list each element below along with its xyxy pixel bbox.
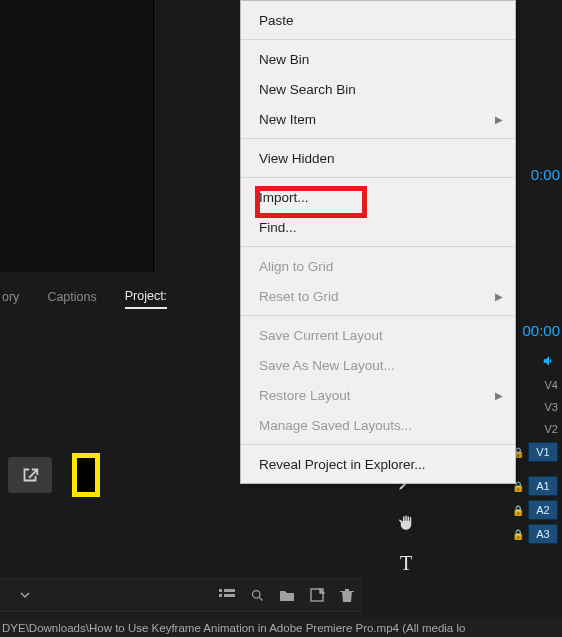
- menu-new-item[interactable]: New Item ▶: [241, 104, 515, 134]
- monitor-panel: [0, 0, 154, 272]
- menu-separator: [241, 177, 515, 178]
- lock-icon[interactable]: 🔒: [512, 505, 524, 516]
- status-bar: DYE\Downloads\How to Use Keyframe Animat…: [0, 619, 562, 637]
- menu-save-current-layout: Save Current Layout: [241, 320, 515, 350]
- tab-project[interactable]: Project:: [125, 289, 167, 309]
- shortcut-arrow-icon: [19, 464, 41, 486]
- menu-restore-layout: Restore Layout ▶: [241, 380, 515, 410]
- track-a2[interactable]: A2: [528, 500, 558, 520]
- menu-new-search-bin[interactable]: New Search Bin: [241, 74, 515, 104]
- lock-icon[interactable]: 🔒: [512, 529, 524, 540]
- status-text: DYE\Downloads\How to Use Keyframe Animat…: [2, 622, 465, 634]
- track-a1[interactable]: A1: [528, 476, 558, 496]
- trash-icon[interactable]: [332, 580, 362, 610]
- timecode-ruler-1: 0:00: [531, 166, 560, 183]
- track-v1[interactable]: V1: [528, 442, 558, 462]
- menu-view-hidden[interactable]: View Hidden: [241, 143, 515, 173]
- menu-reveal-in-explorer[interactable]: Reveal Project in Explorer...: [241, 449, 515, 479]
- svg-rect-2: [219, 594, 222, 597]
- tab-history[interactable]: ory: [2, 290, 19, 308]
- track-v3[interactable]: V3: [545, 398, 558, 416]
- new-item-icon[interactable]: [302, 580, 332, 610]
- menu-manage-saved-layouts: Manage Saved Layouts...: [241, 410, 515, 440]
- list-view-icon[interactable]: [212, 580, 242, 610]
- shortcut-thumbnail[interactable]: [8, 457, 52, 493]
- search-icon[interactable]: [242, 580, 272, 610]
- type-tool-icon[interactable]: T: [393, 550, 419, 576]
- timeline-tools: T: [386, 470, 426, 576]
- new-bin-icon[interactable]: [272, 580, 302, 610]
- track-a3[interactable]: A3: [528, 524, 558, 544]
- project-items: [6, 440, 196, 510]
- menu-align-to-grid: Align to Grid: [241, 251, 515, 281]
- menu-separator: [241, 39, 515, 40]
- menu-save-as-new-layout: Save As New Layout...: [241, 350, 515, 380]
- chevron-right-icon: ▶: [495, 291, 503, 302]
- hand-tool-icon[interactable]: [393, 510, 419, 536]
- menu-separator: [241, 138, 515, 139]
- menu-separator: [241, 315, 515, 316]
- menu-separator: [241, 246, 515, 247]
- menu-find[interactable]: Find...: [241, 212, 515, 242]
- context-menu: Paste New Bin New Search Bin New Item ▶ …: [240, 0, 516, 484]
- menu-reset-to-grid: Reset to Grid ▶: [241, 281, 515, 311]
- timecode-ruler-2: 00:00: [522, 322, 560, 339]
- svg-rect-1: [224, 589, 235, 592]
- menu-reset-to-grid-label: Reset to Grid: [259, 289, 339, 304]
- svg-rect-3: [224, 594, 235, 597]
- menu-new-bin[interactable]: New Bin: [241, 44, 515, 74]
- menu-separator: [241, 444, 515, 445]
- svg-point-4: [252, 590, 260, 598]
- yellow-frame-thumbnail[interactable]: [72, 453, 100, 497]
- menu-paste[interactable]: Paste: [241, 5, 515, 35]
- track-v4[interactable]: V4: [545, 376, 558, 394]
- menu-restore-layout-label: Restore Layout: [259, 388, 351, 403]
- tab-captions[interactable]: Captions: [47, 290, 96, 308]
- project-toolbar: [0, 578, 362, 612]
- track-v2[interactable]: V2: [545, 420, 558, 438]
- menu-import[interactable]: Import...: [241, 182, 515, 212]
- chevron-right-icon: ▶: [495, 114, 503, 125]
- track-labels: V4 V3 V2 🔒 V1 🔒 A1 🔒 A2 🔒 A3: [512, 376, 558, 544]
- panel-menu-icon[interactable]: [10, 580, 40, 610]
- chevron-right-icon: ▶: [495, 390, 503, 401]
- speaker-icon[interactable]: [542, 354, 556, 371]
- svg-rect-0: [219, 589, 222, 592]
- menu-new-item-label: New Item: [259, 112, 316, 127]
- workspace: ory Captions Project:: [0, 0, 562, 637]
